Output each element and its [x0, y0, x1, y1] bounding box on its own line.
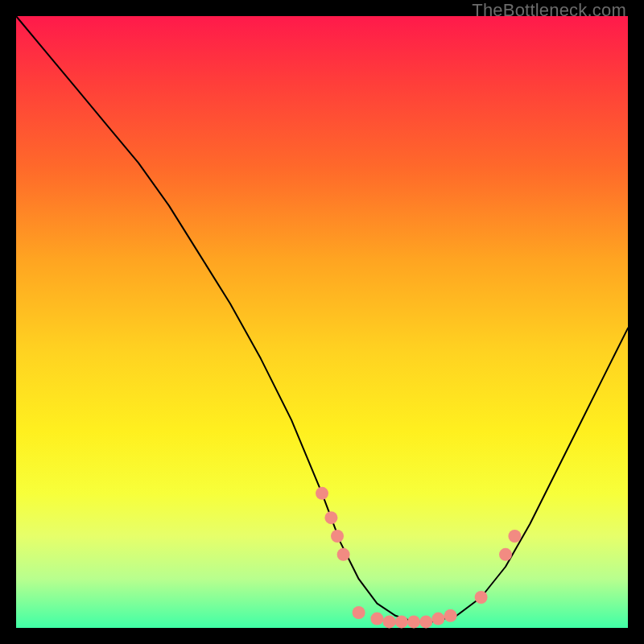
data-marker	[508, 530, 521, 543]
data-marker	[444, 609, 457, 622]
data-marker	[475, 591, 488, 604]
data-marker	[353, 606, 365, 619]
data-marker	[316, 487, 328, 500]
marker-group	[316, 487, 521, 629]
data-marker	[370, 613, 383, 625]
data-marker	[395, 615, 408, 628]
data-marker	[499, 548, 512, 561]
data-marker	[419, 615, 432, 628]
data-marker	[383, 615, 396, 628]
outer-frame: TheBottleneck.com	[0, 0, 644, 644]
data-marker	[337, 548, 350, 561]
data-marker	[431, 613, 444, 625]
data-marker	[407, 615, 420, 628]
bottleneck-curve	[16, 16, 628, 621]
data-marker	[324, 511, 337, 524]
plot-area	[16, 16, 628, 628]
chart-svg	[16, 16, 628, 628]
data-marker	[331, 530, 344, 543]
